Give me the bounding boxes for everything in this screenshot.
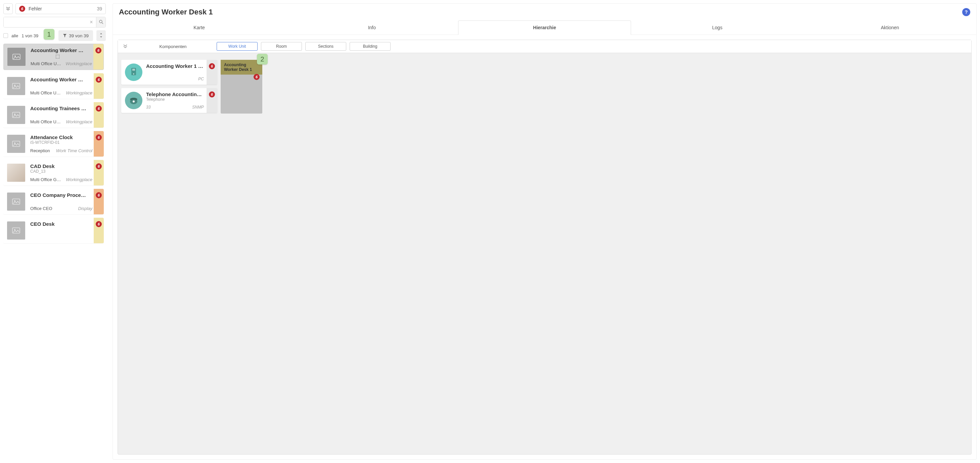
item-location: Multi Office U… (30, 119, 61, 125)
status-stripe: 6 (94, 73, 104, 99)
callout-1: 1 (44, 29, 54, 40)
list-item[interactable]: CEO Company Proce…Office CEODisplay6 (3, 189, 104, 214)
status-stripe: 6 (94, 189, 104, 214)
item-location: Reception (30, 148, 50, 153)
work-unit-card[interactable]: 2 Accounting Worker Desk 1 6 (221, 60, 262, 113)
item-subtitle: CAD_13 (30, 169, 92, 174)
status-stripe: 6 (207, 60, 217, 85)
list-item[interactable]: Accounting Worker …Multi Office U…Workin… (3, 73, 104, 99)
item-thumbnail (7, 135, 25, 153)
item-body: Accounting Trainees …Multi Office U…Work… (29, 102, 94, 128)
component-title: Accounting Worker 1 P… (146, 63, 204, 69)
list-item[interactable]: Accounting Trainees …Multi Office U…Work… (3, 102, 104, 128)
item-title: Accounting Worker … (30, 47, 92, 53)
status-stripe: 6 (94, 160, 104, 185)
status-stripe: 6 (94, 102, 104, 128)
tab-info[interactable]: Info (285, 21, 458, 35)
status-badge: 6 (19, 6, 25, 12)
item-body: Attendance ClockiS-WTCRFID-01ReceptionWo… (29, 131, 94, 156)
counter-row: alle 1 von 39 1 39 von 39 (3, 30, 106, 41)
hierarchy-area: Komponenten Work UnitRoomSectionsBuildin… (118, 40, 972, 455)
cursor-icon: ⬚ (56, 53, 60, 59)
tab-logs[interactable]: Logs (631, 21, 804, 35)
status-badge: 6 (96, 105, 102, 112)
component-body: Telephone Accounting …Telephone33SNMP (146, 88, 207, 113)
alle-label: alle (11, 33, 18, 38)
item-thumbnail (7, 222, 25, 239)
item-location: Office CEO (30, 206, 52, 211)
item-type: Workingplace (66, 90, 92, 96)
status-stripe: 6 (94, 218, 104, 243)
image-placeholder-icon (11, 197, 21, 206)
status-badge: 6 (209, 91, 215, 97)
status-badge: 6 (209, 63, 215, 69)
tab-hierarchie[interactable]: Hierarchie (458, 21, 631, 35)
image-placeholder-icon (11, 226, 21, 235)
item-body: CEO Company Proce…Office CEODisplay (29, 189, 94, 214)
search-button[interactable] (96, 17, 105, 27)
work-unit-title: Accounting Worker Desk 1 (221, 60, 262, 75)
item-body: CAD DeskCAD_13Multi Office G…Workingplac… (29, 160, 94, 185)
level-tab-sections[interactable]: Sections (305, 42, 346, 51)
main-panel: Accounting Worker Desk 1 ? KarteInfoHier… (113, 3, 977, 460)
level-tab-room[interactable]: Room (261, 42, 302, 51)
item-title: CEO Desk (30, 221, 92, 227)
double-chevron-down-icon (123, 44, 127, 49)
item-title: CEO Company Proce… (30, 192, 92, 198)
list-item[interactable]: CAD DeskCAD_13Multi Office G…Workingplac… (3, 160, 104, 185)
item-thumbnail (7, 48, 25, 66)
phone-icon (125, 92, 142, 109)
status-badge: 6 (254, 74, 259, 80)
status-badge: 6 (96, 192, 102, 198)
item-thumbnail (7, 193, 25, 211)
item-type: Display (78, 206, 92, 211)
svg-rect-15 (132, 70, 135, 70)
sort-button[interactable] (96, 30, 106, 41)
level-tabs: Work UnitRoomSectionsBuilding (216, 42, 391, 51)
svg-point-0 (99, 20, 102, 23)
image-placeholder-icon (11, 110, 21, 120)
item-body: ⬚Accounting Worker …Multi Office U…Worki… (29, 44, 93, 70)
item-list[interactable]: ⬚Accounting Worker …Multi Office U…Worki… (3, 44, 106, 460)
help-button[interactable]: ? (962, 8, 970, 16)
list-item[interactable]: CEO Desk6 (3, 218, 104, 243)
status-badge: 6 (95, 47, 102, 53)
level-tab-work-unit[interactable]: Work Unit (216, 42, 258, 51)
filter-count: 39 (97, 6, 102, 11)
status-badge: 6 (96, 77, 102, 83)
item-type: Workingplace (65, 61, 92, 66)
item-type: Workingplace (66, 119, 92, 125)
level-tab-building[interactable]: Building (350, 42, 391, 51)
filter-label: Fehler (29, 6, 93, 11)
filter-count-button[interactable]: 39 von 39 (59, 30, 93, 41)
list-item[interactable]: ⬚Accounting Worker …Multi Office U…Worki… (3, 44, 104, 70)
pc-icon (129, 67, 138, 77)
status-badge: 6 (96, 163, 102, 169)
expand-all-button[interactable] (3, 3, 13, 14)
svg-rect-14 (132, 69, 135, 70)
component-body: Accounting Worker 1 P…PC (146, 60, 207, 85)
status-stripe: 6 (207, 88, 217, 113)
svg-point-16 (133, 73, 134, 75)
hierarchy-expand-button[interactable] (121, 42, 129, 50)
item-title: Attendance Clock (30, 134, 92, 140)
item-title: Accounting Worker … (30, 77, 92, 82)
tab-karte[interactable]: Karte (113, 21, 285, 35)
item-thumbnail (7, 77, 25, 95)
filter-chip[interactable]: 6 Fehler 39 (16, 3, 106, 14)
item-body: CEO Desk (29, 218, 94, 243)
search-icon (99, 19, 103, 24)
component-card[interactable]: Accounting Worker 1 P…PC6 (121, 60, 217, 85)
search-clear-button[interactable]: × (87, 17, 96, 27)
tab-aktionen[interactable]: Aktionen (804, 21, 976, 35)
search-input[interactable] (4, 17, 87, 27)
component-subtitle: Telephone (146, 97, 204, 102)
list-item[interactable]: Attendance ClockiS-WTCRFID-01ReceptionWo… (3, 131, 104, 156)
item-type: Work Time Control (56, 148, 92, 153)
select-all-checkbox[interactable] (3, 33, 8, 38)
counter-text: 1 von 39 (21, 33, 38, 38)
item-title: CAD Desk (30, 163, 92, 169)
component-card[interactable]: Telephone Accounting …Telephone33SNMP6 (121, 88, 217, 113)
item-type: Workingplace (66, 177, 92, 182)
sort-icon (99, 33, 103, 38)
